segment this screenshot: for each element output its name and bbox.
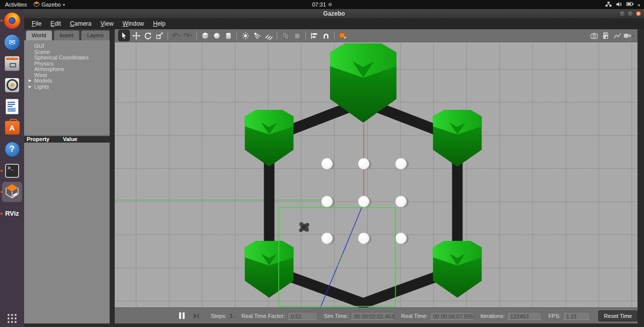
sphere-button[interactable] [211, 30, 222, 41]
real-time-factor-label: Real Time Factor: [242, 313, 285, 319]
expand-arrow-icon[interactable]: ▶ [29, 84, 31, 89]
tab-world[interactable]: World [26, 30, 52, 40]
screenshot-button[interactable] [589, 30, 599, 41]
cube-button[interactable] [200, 30, 210, 41]
snap-button[interactable] [320, 30, 331, 41]
system-tray-button[interactable]: ▾ [605, 2, 640, 8]
menu-view[interactable]: View [96, 19, 118, 28]
white-sphere[interactable] [321, 158, 333, 169]
undo-button[interactable]: ↶▾ [171, 30, 182, 41]
file-cabinet-icon [5, 56, 20, 71]
show-applications-button[interactable] [8, 314, 17, 323]
toolbar-separator [277, 31, 277, 40]
tree-item-lights[interactable]: ▶Lights [24, 84, 110, 90]
select-button[interactable] [118, 30, 130, 41]
gazebo-icon [4, 183, 20, 201]
tree-item-label: Scene [34, 49, 50, 55]
clock-button[interactable]: 07:31 [312, 2, 332, 8]
tab-layers[interactable]: Layers [81, 30, 110, 40]
move-button[interactable] [131, 30, 141, 41]
dock-item-gazebo[interactable] [2, 182, 22, 202]
tab-insert[interactable]: Insert [54, 30, 80, 40]
white-sphere[interactable] [358, 196, 369, 207]
help-icon: ? [5, 142, 20, 157]
white-sphere[interactable] [395, 196, 407, 207]
activities-button[interactable]: Activities [5, 2, 27, 8]
fps-field: 1.21 [562, 312, 590, 320]
rotate-button[interactable] [142, 30, 153, 41]
toolbar-separator [236, 31, 237, 40]
dock-item-firefox[interactable] [2, 11, 22, 31]
green-prism-3[interactable] [245, 241, 294, 298]
iterations-label: Iterations: [480, 313, 505, 319]
dock-item-libreoffice-writer[interactable] [2, 96, 22, 116]
world-tree: GUISceneSpherical CoordinatesPhysicsAtmo… [24, 40, 110, 135]
close-button[interactable]: ✕ [635, 11, 641, 17]
copy-button[interactable] [280, 30, 291, 41]
titlebar[interactable]: Gazebo − □ ✕ [24, 9, 644, 18]
dock-item-ubuntu-software[interactable]: A [2, 118, 22, 138]
expand-arrow-icon[interactable]: ▶ [29, 78, 31, 83]
toolbar-separator [168, 31, 168, 40]
white-sphere[interactable] [395, 233, 407, 244]
dock-item-thunderbird[interactable]: ✉ [2, 32, 22, 52]
paste-button[interactable] [292, 30, 302, 41]
dock-item-file-cabinet[interactable] [2, 53, 22, 74]
cylinder-button[interactable] [223, 30, 233, 41]
gazebo-window: Gazebo − □ ✕ FileEditCameraViewWindowHel… [24, 9, 644, 327]
point-light-button[interactable] [240, 30, 251, 41]
robot-model[interactable] [299, 222, 309, 232]
plot-button[interactable] [612, 30, 622, 41]
green-prism-4[interactable] [433, 241, 482, 298]
white-sphere[interactable] [321, 233, 333, 244]
3d-viewport[interactable] [115, 42, 637, 307]
steps-value-dropdown[interactable]: 1▾ [229, 313, 235, 319]
volume-icon [616, 2, 622, 8]
white-sphere[interactable] [358, 233, 369, 244]
maximize-button[interactable]: □ [627, 11, 633, 17]
scale-button[interactable] [154, 30, 165, 41]
desktop: Activities Gazebo ▾ 07:31 ▾ ✉A?>_RViz Ga… [0, 0, 644, 327]
chevron-down-icon: ▾ [63, 3, 65, 7]
white-sphere[interactable] [321, 196, 333, 207]
reset-time-button[interactable]: Reset Time [598, 310, 637, 321]
notification-icon [328, 2, 332, 8]
redo-button[interactable]: ↷▾ [183, 30, 193, 41]
dock-item-rhythmbox[interactable] [2, 75, 22, 95]
step-button[interactable] [193, 312, 200, 319]
menu-edit[interactable]: Edit [46, 19, 65, 28]
network-icon [605, 2, 612, 8]
sim-time-label: Sim Time: [324, 313, 349, 319]
menubar: FileEditCameraViewWindowHelp [24, 18, 644, 29]
steps-label: Steps: [211, 313, 226, 319]
white-sphere[interactable] [358, 158, 369, 169]
pause-button[interactable] [179, 312, 185, 319]
record-button[interactable]: ▾ [623, 30, 634, 41]
directional-light-button[interactable] [263, 30, 274, 41]
menu-file[interactable]: File [27, 19, 46, 28]
appmenu-label: Gazebo [41, 2, 61, 8]
dock-item-rviz[interactable]: RViz [2, 204, 22, 224]
dock-item-help[interactable]: ? [2, 139, 22, 159]
tree-item-label: Lights [34, 84, 49, 90]
spot-light-button[interactable] [252, 30, 262, 41]
tree-item-label: GUI [34, 43, 44, 49]
menu-help[interactable]: Help [148, 19, 170, 28]
align-button[interactable] [309, 30, 319, 41]
menu-window[interactable]: Window [118, 19, 149, 28]
menu-camera[interactable]: Camera [65, 19, 96, 28]
scene-canvas[interactable] [115, 42, 637, 307]
log-button[interactable]: LOG [600, 30, 611, 41]
minimize-button[interactable]: − [619, 11, 625, 17]
dock-item-terminal[interactable]: >_ [2, 161, 22, 181]
white-sphere[interactable] [395, 158, 407, 169]
toolbar-separator [196, 31, 197, 40]
green-prism-2[interactable] [433, 110, 482, 166]
appmenu-button[interactable]: Gazebo ▾ [34, 1, 65, 8]
thunderbird-icon: ✉ [5, 35, 20, 50]
running-indicator [1, 20, 3, 22]
gazebo-app-icon [34, 1, 39, 8]
green-prism-1[interactable] [245, 110, 294, 166]
building-editor-button[interactable] [338, 30, 348, 41]
battery-icon [626, 2, 634, 8]
